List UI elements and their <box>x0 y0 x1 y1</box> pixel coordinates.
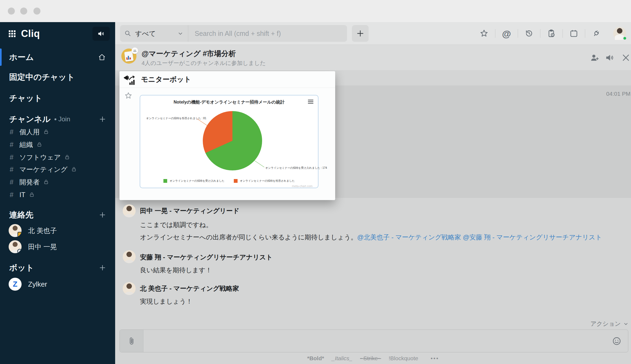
chevron-down-icon <box>177 30 184 37</box>
profile-avatar[interactable] <box>613 27 626 40</box>
sidebar-channel-it[interactable]: # IT <box>0 188 115 201</box>
search-icon <box>124 30 131 37</box>
avatar <box>9 240 22 253</box>
formatting-hints: *Bold* _Italics_ ~Strike~ !Blockquote ••… <box>115 355 631 362</box>
sidebar-channel-personal[interactable]: # 個人用 <box>0 126 115 138</box>
message-sender[interactable]: 北 美也子 - マーケティング戦略家 <box>140 284 239 293</box>
hint-italics: _Italics_ <box>332 355 352 362</box>
avatar-tanaka[interactable] <box>123 204 136 217</box>
avatar-kita[interactable] <box>123 282 136 295</box>
attach-file-button[interactable] <box>120 330 143 352</box>
star-message-icon[interactable] <box>124 92 132 100</box>
window-minimize-button[interactable] <box>20 8 27 15</box>
chat-area: 04:01 PM <box>115 71 631 364</box>
pie-chart-card: Notelyの機能-デモオンラインセミナー招待メールの統計 オンラインセミナーの… <box>140 95 318 188</box>
search-scope-dropdown[interactable]: すべて <box>120 25 188 42</box>
more-formatting-button[interactable]: ••• <box>431 355 439 362</box>
channel-header: @マーケティング #市場分析 4人のユーザーがこのチャンネルに参加しました <box>115 45 631 71</box>
sidebar-section-contacts[interactable]: 連絡先 <box>0 208 115 222</box>
sidebar-item-chats[interactable]: チャット <box>0 91 115 106</box>
channel-avatar[interactable] <box>121 49 136 64</box>
sidebar-channel-marketing[interactable]: # マーケティング <box>0 163 115 176</box>
lock-icon <box>29 192 35 197</box>
sidebar: Cliq ホーム 固定中のチャット チャット チャンネル Join <box>0 22 115 364</box>
sidebar-section-bots[interactable]: ボット <box>0 260 115 275</box>
sidebar-channel-org[interactable]: # 組織 <box>0 138 115 151</box>
mention-link[interactable]: @安藤 翔 - マーケティングリサーチアナリスト <box>463 233 602 241</box>
channel-subtitle: 4人のユーザーがこのチャンネルに参加しました <box>142 59 266 67</box>
message-sender[interactable]: 安藤 翔 - マーケティングリサーチアナリスト <box>140 253 273 262</box>
mention-link[interactable]: @北美也子 - マーケティング戦略家 <box>357 233 461 241</box>
message-input[interactable] <box>143 330 612 352</box>
sidebar-channel-software[interactable]: # ソフトウェア <box>0 151 115 163</box>
sidebar-contact-kita[interactable]: 北 美也子 <box>0 223 115 238</box>
mentions-icon[interactable]: @ <box>495 28 518 39</box>
lock-icon <box>43 129 49 135</box>
add-bot-button[interactable] <box>99 264 106 271</box>
sidebar-item-home[interactable]: ホーム <box>0 49 115 65</box>
bot-card-header: モニターボット <box>119 71 335 88</box>
chevron-down-icon <box>623 321 629 327</box>
chart-legend: オンラインセミナーの招待を受け入れました オンラインセミナーの招待を拒否されまし… <box>140 179 318 183</box>
lock-icon <box>43 179 49 185</box>
integrations-plug-icon[interactable] <box>585 29 607 38</box>
hint-bold: *Bold* <box>307 355 324 362</box>
zylker-logo: Z <box>9 278 22 291</box>
sidebar-bot-zylker[interactable]: Z Zylker <box>0 276 115 292</box>
home-icon <box>98 53 106 61</box>
add-participant-icon[interactable] <box>590 53 599 62</box>
avatar-ando[interactable] <box>123 250 136 263</box>
chart-title: Notelyの機能-デモオンラインセミナー招待メールの統計 <box>140 99 318 105</box>
pie <box>203 111 262 170</box>
message-sender[interactable]: 田中 一晃 - マーケティングリード <box>140 207 239 215</box>
actions-dropdown[interactable]: アクション <box>590 320 629 328</box>
mobile-status-badge <box>18 232 22 237</box>
app-logo: Cliq <box>21 28 40 39</box>
add-channel-button[interactable] <box>99 116 106 123</box>
chart-watermark: meta-chart.com <box>292 184 313 188</box>
emoji-button[interactable] <box>612 330 628 352</box>
starred-messages-icon[interactable] <box>473 29 495 38</box>
audio-status-button[interactable] <box>92 27 110 41</box>
top-search-bar: すべて Search in All (cmd + shift + f) @ <box>115 22 631 45</box>
online-status-dot <box>623 36 627 40</box>
message-text: ここまでは順調ですね。 <box>140 221 212 229</box>
app-grid-icon[interactable] <box>8 30 16 38</box>
message-text: 実現しましょう！ <box>140 297 193 306</box>
legend-item-rejected: オンラインセミナーの招待を拒否されました <box>234 179 295 183</box>
bot-name: モニターボット <box>141 75 191 84</box>
main-area: すべて Search in All (cmd + shift + f) @ <box>115 22 631 364</box>
smiley-icon <box>612 336 622 346</box>
message-timestamp: 04:01 PM <box>606 91 630 97</box>
sidebar-section-channels[interactable]: チャンネル Join <box>0 112 115 126</box>
history-icon[interactable] <box>518 29 540 38</box>
window-close-button[interactable] <box>8 8 15 15</box>
sidebar-channel-developers[interactable]: # 開発者 <box>0 176 115 188</box>
legend-item-accepted: オンラインセミナーの招待を受け入れました <box>163 179 225 183</box>
bot-message-card[interactable]: モニターボット Notelyの機能-デモオンラインセミナー招待メールの統計 オン… <box>119 71 335 200</box>
channel-speaker-icon[interactable] <box>605 53 614 62</box>
sidebar-item-pinned-chats[interactable]: 固定中のチャット <box>0 70 115 85</box>
new-chat-button[interactable] <box>352 25 369 42</box>
join-channel-link[interactable]: Join <box>54 115 70 123</box>
chart-menu-icon[interactable] <box>308 99 314 104</box>
monitor-bot-avatar-icon <box>123 74 136 85</box>
sidebar-header: Cliq <box>0 22 115 45</box>
clipboard-tasks-icon[interactable] <box>540 29 563 38</box>
message-composer[interactable] <box>119 329 628 352</box>
add-contact-button[interactable] <box>99 211 106 218</box>
search-input[interactable]: Search in All (cmd + shift + f) <box>188 25 347 42</box>
message-text: 良い結果を期待します！ <box>140 266 212 274</box>
message-text: オンラインセミナーへの出席者が同じくらい来るように期待しましょう。@北美也子 -… <box>140 233 602 242</box>
paperclip-icon <box>128 336 136 346</box>
window-zoom-button[interactable] <box>33 8 40 15</box>
hint-strike: ~Strike~ <box>360 355 381 362</box>
sidebar-contact-tanaka[interactable]: 田中 一晃 <box>0 239 115 255</box>
legend-swatch-orange <box>234 179 238 183</box>
lock-icon <box>37 142 42 147</box>
calendar-icon[interactable] <box>563 29 585 38</box>
lock-icon <box>64 154 70 160</box>
close-icon[interactable] <box>621 53 630 62</box>
speaker-icon <box>97 30 105 37</box>
avatar <box>9 224 22 237</box>
